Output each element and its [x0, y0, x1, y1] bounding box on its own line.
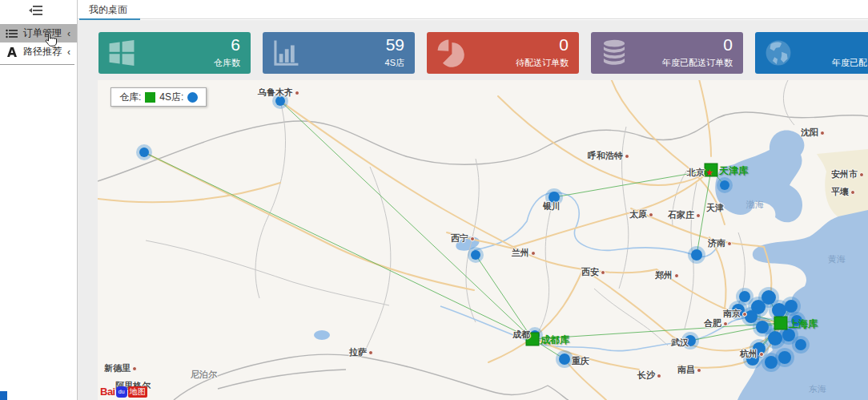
sidebar-divider — [0, 64, 74, 65]
stat-card-label: 仓库数 — [214, 57, 240, 69]
store-marker[interactable] — [756, 321, 769, 333]
sidebar-top — [0, 0, 77, 24]
store-marker[interactable] — [275, 96, 285, 106]
stat-card[interactable]: 6仓库数 — [98, 32, 251, 74]
legend-warehouse-swatch — [145, 92, 155, 103]
store-marker[interactable] — [785, 300, 798, 313]
stat-card-value: 0 — [723, 35, 733, 55]
stat-card-value: 6 — [231, 35, 240, 55]
sidebar-toggle-icon[interactable] — [29, 5, 43, 16]
warehouse-marker[interactable] — [774, 317, 787, 329]
route-line — [280, 101, 532, 339]
store-marker[interactable] — [720, 180, 729, 190]
baidu-logo-text: Bai — [100, 386, 115, 398]
sidebar-item-route-recommendation[interactable]: 路径推荐 ‹ — [0, 42, 77, 61]
route-line — [476, 255, 532, 339]
baidu-attribution[interactable]: Bai du 地图 — [100, 386, 147, 398]
store-marker[interactable] — [685, 335, 696, 346]
baidu-paw-icon: du — [116, 386, 127, 398]
stat-card[interactable]: 0待配送订单数 — [427, 32, 579, 74]
mouse-cursor-hand — [44, 32, 58, 48]
main-header: 我的桌面 — [78, 0, 868, 19]
store-marker[interactable] — [778, 351, 791, 364]
store-marker[interactable] — [549, 192, 560, 203]
stat-card-label: 年度已配 — [832, 57, 867, 69]
warehouse-marker[interactable] — [526, 333, 539, 345]
stat-card-label: 4S店 — [385, 57, 404, 69]
windows-icon — [106, 38, 137, 68]
route-line — [554, 170, 711, 197]
map-legend: 仓库: 4S店: — [111, 87, 207, 107]
stat-card[interactable]: 年度已配 — [755, 32, 868, 74]
stat-card-value: 59 — [386, 35, 404, 55]
main-content: 6仓库数594S店0待配送订单数0年度已配送订单数年度已配 — [78, 20, 868, 400]
stat-card[interactable]: 594S店 — [263, 32, 415, 74]
stat-cards: 6仓库数594S店0待配送订单数0年度已配送订单数年度已配 — [98, 32, 868, 74]
stat-card-label: 年度已配送订单数 — [662, 57, 733, 69]
stat-card[interactable]: 0年度已配送订单数 — [591, 32, 743, 74]
store-marker[interactable] — [782, 329, 795, 341]
tab-my-desktop[interactable]: 我的桌面 — [79, 0, 140, 20]
stat-card-value: 0 — [559, 35, 569, 55]
chevron-left-icon: ‹ — [67, 46, 70, 58]
store-marker[interactable] — [795, 339, 806, 350]
sidebar: 订单管理 ‹ 路径推荐 ‹ — [0, 0, 78, 400]
store-marker[interactable] — [471, 250, 480, 260]
taskbar-fragment — [0, 391, 7, 400]
legend-warehouse-label: 仓库: — [119, 91, 141, 104]
globe-icon — [763, 38, 794, 68]
database-icon — [599, 38, 629, 68]
list-icon — [6, 29, 18, 38]
sidebar-item-order-management[interactable]: 订单管理 ‹ — [0, 24, 77, 42]
store-marker[interactable] — [739, 291, 750, 302]
route-line — [532, 323, 781, 339]
dashboard-window: 订单管理 ‹ 路径推荐 ‹ 我的桌面 6仓库数594S店0待配送订单数0年度已配… — [0, 0, 868, 400]
stat-card-label: 待配送订单数 — [516, 57, 569, 69]
legend-store-swatch — [187, 92, 198, 103]
route-icon — [6, 47, 18, 57]
pie-chart-icon — [435, 38, 465, 68]
bar-chart-icon — [271, 38, 301, 68]
baidu-map-text: 地图 — [128, 386, 147, 398]
store-marker[interactable] — [559, 354, 570, 365]
warehouse-marker[interactable] — [705, 164, 717, 176]
store-marker[interactable] — [691, 249, 702, 261]
store-marker[interactable] — [746, 353, 759, 366]
legend-store-label: 4S店: — [159, 91, 183, 104]
chevron-left-icon: ‹ — [67, 28, 70, 39]
baidu-map[interactable]: 乌鲁木齐呼和浩特北京★天津沈阳银川太原石家庄济南西宁兰州西安郑州南京合肥武汉重庆… — [98, 80, 868, 400]
map-base-layer — [98, 80, 868, 400]
store-marker[interactable] — [139, 147, 149, 157]
store-marker[interactable] — [791, 315, 802, 326]
